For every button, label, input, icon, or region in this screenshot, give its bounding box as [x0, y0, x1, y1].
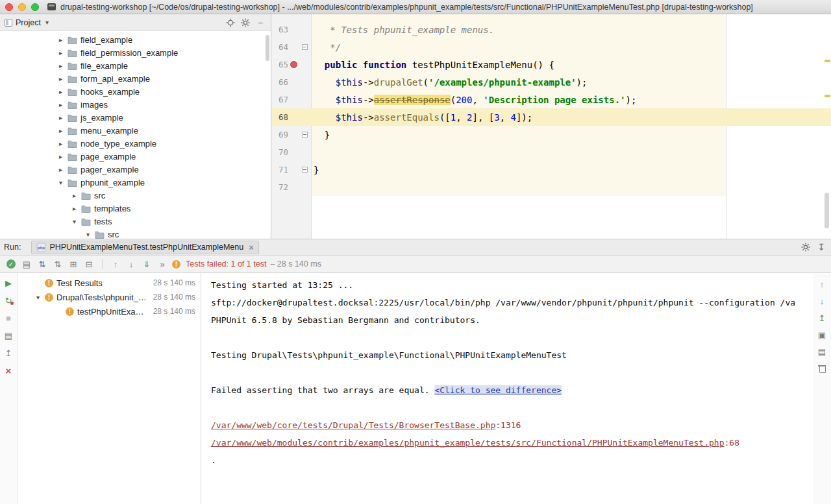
fold-icon[interactable]	[299, 44, 310, 50]
next-failed-test-icon[interactable]: ↓	[125, 258, 137, 270]
settings-gear-icon[interactable]	[240, 17, 251, 29]
chevron-right-icon[interactable]: ▸	[57, 88, 64, 95]
tree-item[interactable]: ▸field_example	[0, 33, 271, 46]
chevron-right-icon[interactable]: ▸	[57, 127, 64, 134]
tree-item[interactable]: ▸field_permission_example	[0, 46, 271, 59]
tree-item[interactable]: ▸file_example	[0, 59, 271, 72]
warning-stripe-mark[interactable]	[825, 60, 830, 62]
rerun-icon[interactable]: ▶	[3, 277, 14, 289]
file-link[interactable]: /var/www/web/core/tests/Drupal/Tests/Bro…	[211, 420, 495, 430]
project-tree-scrollbar[interactable]	[266, 35, 269, 61]
tree-item[interactable]: ▸pager_example	[0, 163, 271, 176]
code-editor[interactable]: 63 * Tests phpunit_example menus.64 */65…	[271, 14, 831, 239]
export-icon[interactable]: ↥	[816, 312, 828, 324]
expand-all-icon[interactable]: ⊞	[68, 258, 79, 270]
test-history-icon[interactable]: ▤	[3, 330, 14, 341]
code-line[interactable]: 66 $this->drupalGet('/examples/phpunit-e…	[271, 73, 831, 91]
chevron-down-icon[interactable]: ▾	[57, 179, 64, 186]
run-tab[interactable]: php PHPUnitExampleMenuTest.testPhpUnitEx…	[31, 241, 258, 254]
line-number[interactable]: 65	[271, 60, 288, 69]
tree-item[interactable]: ▾tests	[0, 215, 271, 228]
minimize-window-button[interactable]	[18, 3, 26, 11]
close-icon[interactable]: ×	[3, 365, 14, 376]
chevron-right-icon[interactable]: ▸	[57, 140, 64, 147]
run-settings-gear-icon[interactable]	[800, 241, 812, 253]
chevron-right-icon[interactable]: ▸	[71, 205, 78, 212]
test-tree-row[interactable]: !Test Results28 s 140 ms	[18, 276, 201, 290]
fold-icon[interactable]	[299, 132, 310, 138]
line-number[interactable]: 63	[271, 25, 288, 34]
tree-item[interactable]: ▸menu_example	[0, 124, 271, 137]
chevron-down-icon[interactable]: ▾	[71, 218, 78, 225]
locate-file-icon[interactable]	[225, 17, 236, 29]
line-number[interactable]: 67	[271, 95, 288, 104]
code-line[interactable]: 67 $this->assertResponse(200, 'Descripti…	[271, 91, 831, 108]
stop-icon[interactable]: ■	[3, 312, 14, 324]
console-output[interactable]: Testing started at 13:25 ...sftp://docke…	[201, 273, 813, 504]
diff-link[interactable]: <Click to see difference>	[434, 385, 562, 395]
code-line[interactable]: 69 }	[271, 126, 831, 143]
line-number[interactable]: 72	[271, 182, 288, 192]
code-line[interactable]: 63 * Tests phpunit_example menus.	[271, 21, 831, 38]
chevron-right-icon[interactable]: ▸	[57, 166, 64, 173]
tree-item[interactable]: ▸form_api_example	[0, 72, 271, 85]
close-window-button[interactable]	[5, 3, 13, 11]
line-number[interactable]: 71	[271, 165, 288, 174]
code-line[interactable]: 72	[271, 178, 831, 196]
chevron-down-icon[interactable]: ▾	[45, 19, 49, 26]
previous-occurrence-icon[interactable]: ↑	[816, 278, 828, 290]
open-results-icon[interactable]: ▣	[816, 329, 828, 341]
close-tab-icon[interactable]: ×	[249, 243, 254, 252]
line-number[interactable]: 70	[271, 147, 288, 157]
code-line[interactable]: 70	[271, 143, 831, 161]
import-test-results-icon[interactable]: ⇓	[141, 258, 153, 270]
chevron-right-icon[interactable]: ▸	[71, 192, 78, 199]
tree-item[interactable]: ▾src	[0, 228, 271, 239]
more-options-icon[interactable]: »	[156, 258, 168, 270]
code-line[interactable]: 65 public function testPhpUnitExampleMen…	[271, 56, 831, 73]
code-line[interactable]: 68 $this->assertEquals([1, 2], [3, 4]);	[271, 108, 831, 126]
editor-scrollbar[interactable]	[825, 193, 829, 228]
tree-item[interactable]: ▸src	[0, 189, 271, 202]
line-number[interactable]: 64	[271, 42, 288, 52]
sort-alphabetically-icon[interactable]: ⇅	[52, 258, 64, 270]
chevron-right-icon[interactable]: ▸	[57, 36, 64, 43]
tree-item[interactable]: ▸js_example	[0, 111, 271, 124]
print-icon[interactable]: ▤	[816, 346, 828, 357]
file-link[interactable]: /var/www/web/modules/contrib/examples/ph…	[211, 438, 725, 448]
line-number[interactable]: 68	[271, 112, 288, 122]
hide-toolwindow-icon[interactable]: ↧	[815, 241, 827, 253]
previous-failed-test-icon[interactable]: ↑	[110, 258, 121, 270]
chevron-right-icon[interactable]: ▸	[57, 101, 64, 108]
tree-item[interactable]: ▸images	[0, 98, 271, 111]
show-passed-icon[interactable]: ✓	[6, 259, 16, 269]
tree-item[interactable]: ▸page_example	[0, 150, 271, 163]
hide-panel-icon[interactable]: −	[254, 17, 266, 29]
fold-icon[interactable]	[299, 167, 310, 173]
line-number[interactable]: 66	[271, 77, 288, 87]
chevron-right-icon[interactable]: ▸	[57, 75, 64, 82]
tree-item[interactable]: ▾phpunit_example	[0, 176, 271, 189]
chevron-right-icon[interactable]: ▸	[57, 114, 64, 121]
project-panel-title[interactable]: Project	[16, 18, 41, 27]
tree-item[interactable]: ▸hooks_example	[0, 85, 271, 98]
line-number[interactable]: 69	[271, 130, 288, 139]
test-tree-row[interactable]: ▾!Drupal\Tests\phpunit_ex...28 s 140 ms	[18, 290, 201, 304]
rerun-failed-tests-icon[interactable]: ↻	[3, 294, 14, 306]
zoom-window-button[interactable]	[31, 3, 39, 11]
code-line[interactable]: 64 */	[271, 38, 831, 56]
breakpoint-icon[interactable]	[288, 61, 299, 68]
tree-item[interactable]: ▸templates	[0, 202, 271, 215]
collapse-all-icon[interactable]: ⊟	[83, 258, 95, 270]
chevron-right-icon[interactable]: ▸	[57, 49, 64, 56]
chevron-down-icon[interactable]: ▾	[84, 231, 92, 238]
code-line[interactable]: 71}	[271, 161, 831, 178]
warning-stripe-mark[interactable]	[825, 95, 830, 97]
show-ignored-icon[interactable]: ▤	[21, 258, 32, 270]
chevron-right-icon[interactable]: ▸	[57, 153, 64, 160]
chevron-right-icon[interactable]: ▸	[57, 62, 64, 69]
next-occurrence-icon[interactable]: ↓	[816, 295, 828, 307]
clear-console-icon[interactable]	[816, 363, 828, 374]
test-tree-row[interactable]: !testPhpUnitExampleM...28 s 140 ms	[18, 304, 201, 318]
sort-by-duration-icon[interactable]: ⇅	[36, 258, 48, 270]
